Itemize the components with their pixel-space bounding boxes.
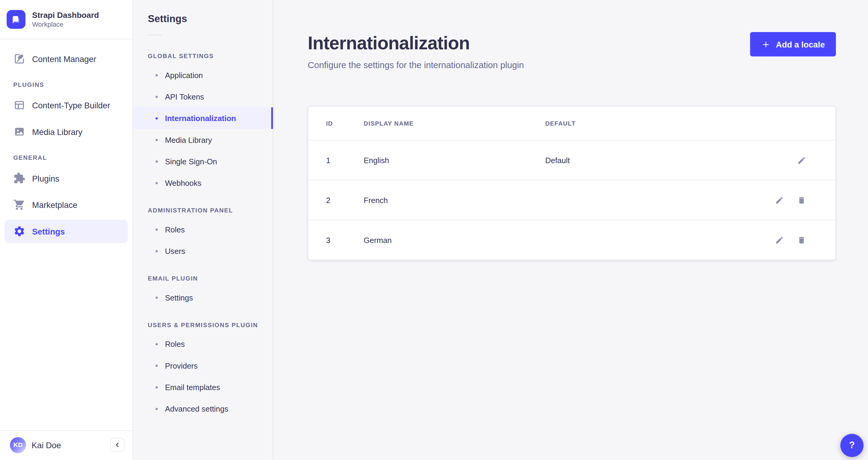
sidebar-item-label: Marketplace xyxy=(32,200,77,209)
cell-display-name: German xyxy=(364,235,545,244)
bullet-icon xyxy=(156,364,158,366)
subnav-section-label: EMAIL PLUGIN xyxy=(133,275,273,282)
sidebar-collapse-button[interactable] xyxy=(110,437,125,452)
plus-icon xyxy=(761,40,770,49)
cell-id: 1 xyxy=(308,156,364,165)
subnav-item-up-roles[interactable]: Roles xyxy=(133,333,273,355)
subnav-item-media-library[interactable]: Media Library xyxy=(133,129,273,151)
add-locale-label: Add a locale xyxy=(776,40,825,49)
row-actions xyxy=(741,156,835,165)
delete-locale-button[interactable] xyxy=(797,235,806,244)
subnav-item-email-templates[interactable]: Email templates xyxy=(133,376,273,398)
sidebar-item-content-manager[interactable]: Content Manager xyxy=(4,47,128,70)
table-row-french[interactable]: 2 French xyxy=(308,180,835,220)
subnav-section-label: GLOBAL SETTINGS xyxy=(133,53,273,59)
sidebar-item-content-type-builder[interactable]: Content-Type Builder xyxy=(4,94,128,117)
subnav-item-label: Media Library xyxy=(165,135,212,144)
workspace-title: Strapi Dashboard xyxy=(32,10,99,20)
sidebar-item-label: Plugins xyxy=(32,173,59,183)
media-library-icon xyxy=(13,126,25,138)
bullet-icon xyxy=(156,139,158,141)
trash-icon xyxy=(797,235,806,244)
workspace-brand[interactable]: Strapi Dashboard Workplace xyxy=(0,0,132,39)
page-header-text: Internationalization Configure the setti… xyxy=(308,32,524,70)
sidebar-item-plugins[interactable]: Plugins xyxy=(4,166,128,190)
cell-display-name: English xyxy=(364,156,545,165)
subnav-item-label: Users xyxy=(165,247,185,255)
column-header-display-name: DISPLAY NAME xyxy=(364,120,545,127)
settings-subnav: Settings GLOBAL SETTINGS Application API… xyxy=(133,0,273,460)
bullet-icon xyxy=(156,117,158,119)
subnav-item-admin-users[interactable]: Users xyxy=(133,240,273,262)
subnav-item-application[interactable]: Application xyxy=(133,64,273,86)
subnav-item-advanced-settings[interactable]: Advanced settings xyxy=(133,398,273,420)
subnav-item-label: Webhooks xyxy=(165,178,202,187)
subnav-title: Settings xyxy=(133,13,273,25)
sidebar-footer: KD Kai Doe xyxy=(0,430,132,460)
row-actions xyxy=(741,235,835,244)
main-content: Internationalization Configure the setti… xyxy=(273,0,868,460)
sidebar-item-label: Settings xyxy=(32,227,65,236)
subnav-section-label: ADMINISTRATION PANEL xyxy=(133,207,273,213)
delete-locale-button[interactable] xyxy=(797,196,806,204)
avatar[interactable]: KD xyxy=(10,437,26,453)
subnav-item-label: Roles xyxy=(165,339,185,348)
subnav-item-label: Email templates xyxy=(165,383,220,391)
pencil-icon xyxy=(775,235,784,244)
bullet-icon xyxy=(156,182,158,184)
strapi-logo-icon xyxy=(7,10,25,29)
edit-locale-button[interactable] xyxy=(797,156,806,165)
subnav-item-admin-roles[interactable]: Roles xyxy=(133,219,273,240)
cell-display-name: French xyxy=(364,196,545,204)
subnav-item-webhooks[interactable]: Webhooks xyxy=(133,172,273,194)
subnav-item-internationalization[interactable]: Internationalization xyxy=(133,107,273,129)
column-header-default: DEFAULT xyxy=(545,120,741,127)
content-manager-icon xyxy=(13,53,25,65)
bullet-icon xyxy=(156,296,158,298)
sidebar-section-general: GENERAL xyxy=(4,154,128,161)
subnav-item-single-sign-on[interactable]: Single Sign-On xyxy=(133,151,273,172)
locales-table: ID DISPLAY NAME DEFAULT 1 English Defaul… xyxy=(308,106,836,260)
cart-icon xyxy=(13,199,25,210)
table-row-german[interactable]: 3 German xyxy=(308,220,835,260)
strapi-app: Strapi Dashboard Workplace Content Manag… xyxy=(0,0,868,460)
sidebar-item-settings[interactable]: Settings xyxy=(4,220,128,243)
bullet-icon xyxy=(156,386,158,388)
sidebar-item-marketplace[interactable]: Marketplace xyxy=(4,193,128,217)
subnav-item-api-tokens[interactable]: API Tokens xyxy=(133,86,273,107)
cell-default: Default xyxy=(545,156,741,165)
user-name[interactable]: Kai Doe xyxy=(31,440,61,450)
workspace-subtitle: Workplace xyxy=(32,20,99,29)
help-button[interactable]: ? xyxy=(840,434,864,457)
edit-locale-button[interactable] xyxy=(775,196,784,204)
bullet-icon xyxy=(156,343,158,345)
bullet-icon xyxy=(156,250,158,252)
add-locale-button[interactable]: Add a locale xyxy=(750,32,836,56)
edit-locale-button[interactable] xyxy=(775,235,784,244)
subnav-item-label: Settings xyxy=(165,293,193,302)
row-actions xyxy=(741,196,835,204)
cell-id: 2 xyxy=(308,196,364,204)
chevron-left-icon xyxy=(114,441,121,449)
table-row-english[interactable]: 1 English Default xyxy=(308,140,835,180)
cell-id: 3 xyxy=(308,235,364,244)
sidebar-section-plugins: PLUGINS xyxy=(4,81,128,88)
sidebar-item-media-library[interactable]: Media Library xyxy=(4,120,128,143)
gear-icon xyxy=(13,225,25,237)
subnav-item-label: Advanced settings xyxy=(165,404,228,413)
subnav-item-label: Internationalization xyxy=(165,114,236,123)
subnav-section-label: USERS & PERMISSIONS PLUGIN xyxy=(133,321,273,328)
question-mark-icon: ? xyxy=(849,440,855,451)
sidebar-item-label: Content Manager xyxy=(32,54,96,63)
subnav-item-providers[interactable]: Providers xyxy=(133,355,273,376)
pencil-icon xyxy=(797,156,806,165)
bullet-icon xyxy=(156,408,158,410)
table-header-row: ID DISPLAY NAME DEFAULT xyxy=(308,107,835,141)
subnav-item-label: Single Sign-On xyxy=(165,157,217,166)
trash-icon xyxy=(797,196,806,204)
subnav-item-email-settings[interactable]: Settings xyxy=(133,287,273,308)
subnav-item-label: Providers xyxy=(165,361,198,370)
column-header-id: ID xyxy=(308,120,364,127)
bullet-icon xyxy=(156,95,158,97)
brand-text: Strapi Dashboard Workplace xyxy=(32,10,99,29)
